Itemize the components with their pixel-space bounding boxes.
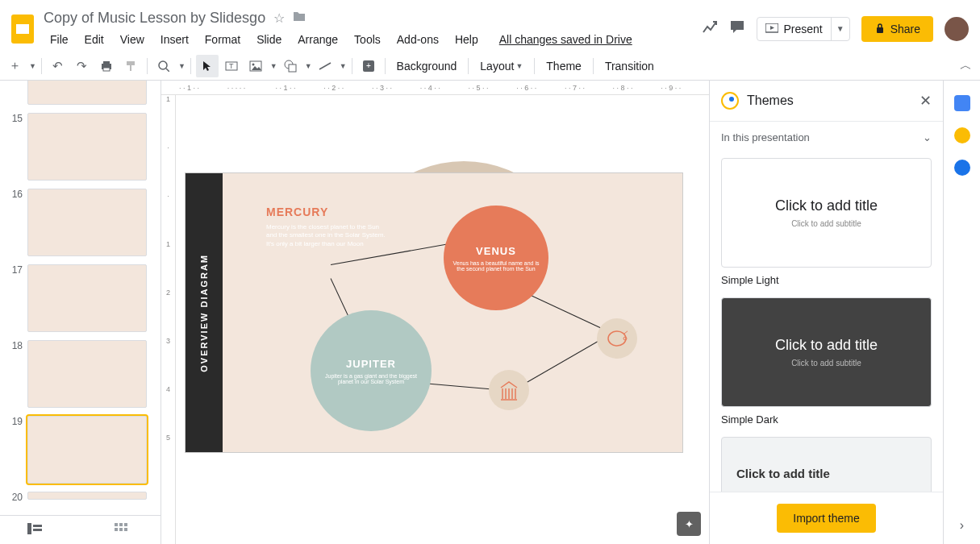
menu-addons[interactable]: Add-ons — [390, 30, 445, 49]
jupiter-circle[interactable]: JUPITER Jupiter is a gas giant and the b… — [311, 310, 432, 431]
themes-palette-icon — [721, 92, 739, 110]
svg-line-17 — [319, 63, 331, 69]
new-slide-icon[interactable]: ＋ — [3, 55, 26, 77]
keep-app-icon[interactable] — [954, 127, 970, 143]
expand-sidepanel-icon[interactable]: › — [960, 518, 964, 533]
account-avatar[interactable] — [945, 17, 969, 41]
textbox-icon[interactable]: T — [220, 55, 243, 77]
thumb-17[interactable]: 17 — [8, 264, 152, 332]
paint-format-icon[interactable] — [119, 55, 142, 77]
move-folder-icon[interactable] — [293, 10, 306, 25]
svg-rect-34 — [124, 523, 127, 526]
present-label: Present — [783, 23, 822, 35]
theme-simple-dark[interactable]: Click to add title Click to add subtitle… — [721, 297, 932, 426]
svg-line-10 — [166, 69, 169, 72]
thumb-20[interactable]: 20 — [8, 492, 152, 503]
svg-point-9 — [159, 61, 167, 69]
zoom-icon[interactable] — [152, 55, 175, 77]
view-toggle-bar — [0, 515, 161, 544]
canvas-area[interactable]: · · 1 · ·· · · · ·· · 1 · ·· · 2 · ·· · … — [161, 81, 709, 544]
svg-rect-7 — [127, 61, 135, 65]
theme-simple-light[interactable]: Click to add title Click to add subtitle… — [721, 158, 932, 286]
save-status[interactable]: All changes saved in Drive — [493, 30, 639, 49]
comments-icon[interactable] — [729, 19, 745, 39]
present-button[interactable]: Present — [757, 18, 830, 40]
svg-rect-29 — [27, 523, 31, 534]
slide-canvas[interactable]: OVERVIEW DIAGRAM MERCURY Mercury is the … — [186, 173, 682, 452]
menu-slide[interactable]: Slide — [250, 30, 288, 49]
svg-rect-35 — [115, 528, 118, 531]
svg-rect-3 — [877, 27, 883, 33]
jupiter-text: Jupiter is a gas giant and the biggest p… — [320, 373, 422, 384]
explore-icon[interactable]: ✦ — [677, 512, 701, 536]
svg-line-21 — [624, 330, 628, 334]
svg-rect-6 — [103, 68, 110, 71]
slides-logo[interactable] — [6, 13, 39, 45]
svg-rect-16 — [289, 64, 296, 72]
thumb-16[interactable]: 16 — [8, 189, 152, 256]
menu-file[interactable]: File — [44, 30, 75, 49]
svg-text:+: + — [366, 61, 371, 70]
jupiter-heading: JUPITER — [346, 358, 396, 370]
import-theme-button[interactable]: Import theme — [777, 504, 875, 533]
theme-button[interactable]: Theme — [540, 55, 588, 77]
svg-rect-5 — [103, 61, 110, 64]
svg-rect-37 — [124, 528, 127, 531]
image-icon[interactable] — [244, 55, 267, 77]
shape-icon[interactable] — [279, 55, 302, 77]
filmstrip[interactable]: 15 16 17 18 19 20 — [0, 81, 161, 544]
background-button[interactable]: Background — [390, 55, 464, 77]
calendar-app-icon[interactable] — [954, 95, 970, 111]
themes-panel-title: Themes — [747, 93, 911, 108]
menu-insert[interactable]: Insert — [154, 30, 195, 49]
grid-view-icon[interactable] — [115, 523, 127, 537]
select-tool-icon[interactable] — [196, 55, 219, 77]
star-icon[interactable]: ☆ — [273, 10, 285, 26]
svg-rect-36 — [119, 528, 123, 531]
menu-tools[interactable]: Tools — [348, 30, 387, 49]
tasks-app-icon[interactable] — [954, 160, 970, 176]
share-button[interactable]: Share — [861, 16, 933, 42]
drum-icon[interactable] — [597, 318, 637, 359]
present-dropdown-icon[interactable]: ▼ — [831, 18, 849, 40]
comment-icon[interactable]: + — [357, 55, 380, 77]
vertical-ruler: 1··12345 — [161, 95, 176, 544]
svg-rect-1 — [16, 24, 29, 34]
share-label: Share — [890, 23, 920, 35]
transition-button[interactable]: Transition — [598, 55, 661, 77]
svg-rect-32 — [115, 523, 118, 526]
thumb-15[interactable]: 15 — [8, 113, 152, 181]
mercury-text: Mercury is the closest planet to the Sun… — [266, 223, 387, 248]
redo-icon[interactable]: ↷ — [71, 55, 94, 77]
menu-format[interactable]: Format — [198, 30, 247, 49]
svg-point-14 — [252, 63, 254, 65]
collapse-toolbar-icon[interactable]: ︿ — [954, 55, 977, 77]
building-icon[interactable] — [489, 370, 529, 410]
slide-sidebar-title[interactable]: OVERVIEW DIAGRAM — [186, 173, 223, 452]
thumb-19[interactable]: 19 — [8, 416, 152, 484]
menu-view[interactable]: View — [114, 30, 151, 49]
activity-icon[interactable] — [702, 19, 718, 39]
venus-circle[interactable]: VENUS Venus has a beautiful name and is … — [444, 206, 548, 310]
svg-rect-8 — [130, 65, 131, 71]
line-icon[interactable] — [314, 55, 336, 77]
doc-title[interactable]: Copy of Music Lesson by Slidesgo — [44, 10, 265, 27]
menu-edit[interactable]: Edit — [78, 30, 111, 49]
horizontal-ruler: · · 1 · ·· · · · ·· · 1 · ·· · 2 · ·· · … — [161, 81, 709, 95]
filmstrip-view-icon[interactable] — [27, 523, 42, 537]
layout-button[interactable]: Layout▼ — [473, 55, 529, 77]
theme-streamline[interactable]: Click to add title Click to add subtitle — [721, 437, 932, 492]
svg-rect-30 — [33, 525, 42, 527]
menu-arrange[interactable]: Arrange — [291, 30, 344, 49]
theme-section-presentation[interactable]: In this presentation ⌄ — [710, 122, 943, 153]
thumb-18[interactable]: 18 — [8, 340, 152, 408]
svg-rect-33 — [119, 523, 123, 526]
new-slide-dropdown-icon[interactable]: ▼ — [29, 62, 36, 70]
print-icon[interactable] — [95, 55, 118, 77]
mercury-block[interactable]: MERCURY Mercury is the closest planet to… — [266, 206, 387, 248]
undo-icon[interactable]: ↶ — [47, 55, 69, 77]
venus-heading: VENUS — [476, 245, 516, 257]
menu-help[interactable]: Help — [448, 30, 485, 49]
close-icon[interactable]: ✕ — [920, 92, 932, 110]
venus-text: Venus has a beautiful name and is the se… — [452, 260, 540, 272]
